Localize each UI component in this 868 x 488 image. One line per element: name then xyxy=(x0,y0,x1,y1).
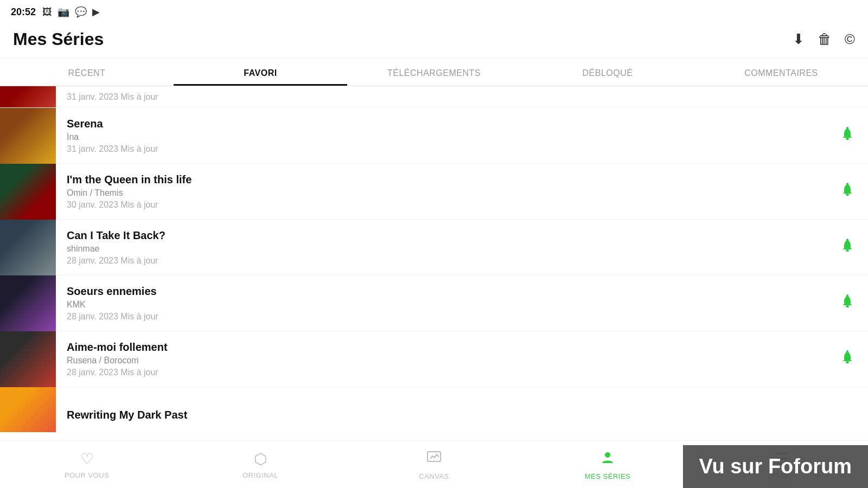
canvas-icon xyxy=(426,449,442,469)
series-info: SerenaIna31 janv. 2023 Mis à jour xyxy=(56,109,827,163)
svg-rect-1 xyxy=(846,127,848,129)
svg-rect-3 xyxy=(846,183,848,185)
svg-rect-5 xyxy=(846,239,848,241)
heart-icon: ♡ xyxy=(80,450,94,468)
tab-commentaires[interactable]: COMMENTAIRES xyxy=(694,59,868,86)
svg-point-11 xyxy=(605,452,610,458)
list-item[interactable]: Aime-moi follementRusena / Borocom28 jan… xyxy=(0,331,868,387)
partial-thumbnail xyxy=(0,86,56,108)
partial-date: 31 janv. 2023 Mis à jour xyxy=(56,92,158,102)
copyright-icon[interactable]: © xyxy=(845,31,855,48)
series-author: Ina xyxy=(67,132,816,142)
bell-icon[interactable] xyxy=(827,294,868,313)
tab-recent[interactable]: RÉCENT xyxy=(0,59,174,86)
nav-item-pour-vous[interactable]: ♡ POUR VOUS xyxy=(0,441,174,488)
original-icon: ⬡ xyxy=(254,450,267,468)
series-title: I'm the Queen in this life xyxy=(67,174,816,186)
series-info: Rewriting My Dark Past xyxy=(56,400,868,430)
svg-point-8 xyxy=(846,361,849,363)
series-thumbnail xyxy=(0,275,56,331)
list-item[interactable]: I'm the Queen in this lifeOmin / Themis3… xyxy=(0,164,868,220)
list-item[interactable]: Soeurs ennemiesKMK28 janv. 2023 Mis à jo… xyxy=(0,275,868,331)
page-header: Mes Séries ⬇ 🗑 © xyxy=(0,24,868,59)
tab-bar: RÉCENT FAVORI TÉLÉCHARGEMENTS DÉBLOQUÉ C… xyxy=(0,59,868,86)
nav-item-original[interactable]: ⬡ ORIGINAL xyxy=(174,441,347,488)
bell-icon[interactable] xyxy=(827,238,868,257)
status-icons: 🖼 📷 💬 ▶ xyxy=(42,6,100,18)
series-date: 28 janv. 2023 Mis à jour xyxy=(67,368,816,377)
svg-point-4 xyxy=(846,249,849,252)
header-actions: ⬇ 🗑 © xyxy=(793,31,855,48)
list-item[interactable]: SerenaIna31 janv. 2023 Mis à jour xyxy=(0,108,868,164)
gallery-icon: 🖼 xyxy=(42,7,52,18)
status-bar: 20:52 🖼 📷 💬 ▶ xyxy=(0,0,868,24)
series-title: Aime-moi follement xyxy=(67,341,816,354)
series-list: 31 janv. 2023 Mis à jour SerenaIna31 jan… xyxy=(0,86,868,432)
series-info: Soeurs ennemiesKMK28 janv. 2023 Mis à jo… xyxy=(56,277,827,330)
series-item-partial[interactable]: 31 janv. 2023 Mis à jour xyxy=(0,86,868,108)
series-title: Rewriting My Dark Past xyxy=(67,409,857,421)
list-item[interactable]: Rewriting My Dark Past xyxy=(0,387,868,432)
instagram-icon: 📷 xyxy=(58,6,69,18)
status-time: 20:52 xyxy=(11,7,36,18)
series-date: 28 janv. 2023 Mis à jour xyxy=(67,256,816,266)
bell-icon[interactable] xyxy=(827,182,868,201)
series-info: Can I Take It Back?shinmae28 janv. 2023 … xyxy=(56,221,827,274)
svg-point-2 xyxy=(846,194,849,196)
tab-debloque[interactable]: DÉBLOQUÉ xyxy=(521,59,694,86)
download-icon[interactable]: ⬇ xyxy=(793,31,805,48)
tab-favori[interactable]: FAVORI xyxy=(174,59,347,86)
nav-item-canvas[interactable]: CANVAS xyxy=(347,441,521,488)
mes-series-icon xyxy=(599,449,616,469)
foforum-text: Vu sur Foforum xyxy=(699,455,852,478)
bell-icon[interactable] xyxy=(827,126,868,145)
whatsapp-icon: 💬 xyxy=(75,6,87,18)
series-date: 30 janv. 2023 Mis à jour xyxy=(67,200,816,210)
svg-rect-7 xyxy=(846,294,848,297)
page-title: Mes Séries xyxy=(13,29,104,49)
nav-label-canvas: CANVAS xyxy=(419,472,449,480)
nav-label-original: ORIGINAL xyxy=(242,471,278,479)
series-title: Soeurs ennemies xyxy=(67,285,816,298)
nav-item-mes-series[interactable]: MES SÉRIES xyxy=(521,441,694,488)
nav-label-pour-vous: POUR VOUS xyxy=(65,471,110,479)
series-thumbnail xyxy=(0,164,56,220)
series-author: Rusena / Borocom xyxy=(67,356,816,365)
svg-point-0 xyxy=(846,138,849,140)
series-thumbnail xyxy=(0,220,56,275)
delete-icon[interactable]: 🗑 xyxy=(818,31,832,48)
series-thumbnail xyxy=(0,108,56,164)
tab-telechargements[interactable]: TÉLÉCHARGEMENTS xyxy=(347,59,521,86)
series-thumbnail xyxy=(0,331,56,387)
series-title: Serena xyxy=(67,118,816,130)
series-date: 31 janv. 2023 Mis à jour xyxy=(67,144,816,154)
series-author: shinmae xyxy=(67,244,816,254)
nav-label-mes-series: MES SÉRIES xyxy=(585,472,630,480)
svg-rect-9 xyxy=(846,350,848,352)
bell-icon[interactable] xyxy=(827,350,868,369)
series-title: Can I Take It Back? xyxy=(67,229,816,242)
series-thumbnail xyxy=(0,387,56,433)
list-item[interactable]: Can I Take It Back?shinmae28 janv. 2023 … xyxy=(0,220,868,275)
series-author: KMK xyxy=(67,300,816,310)
series-info: Aime-moi follementRusena / Borocom28 jan… xyxy=(56,332,827,386)
series-author: Omin / Themis xyxy=(67,188,816,198)
foforum-overlay: Vu sur Foforum xyxy=(683,445,868,488)
series-date: 28 janv. 2023 Mis à jour xyxy=(67,312,816,322)
play-icon: ▶ xyxy=(92,6,100,18)
series-info: I'm the Queen in this lifeOmin / Themis3… xyxy=(56,165,827,219)
svg-point-6 xyxy=(846,305,849,307)
